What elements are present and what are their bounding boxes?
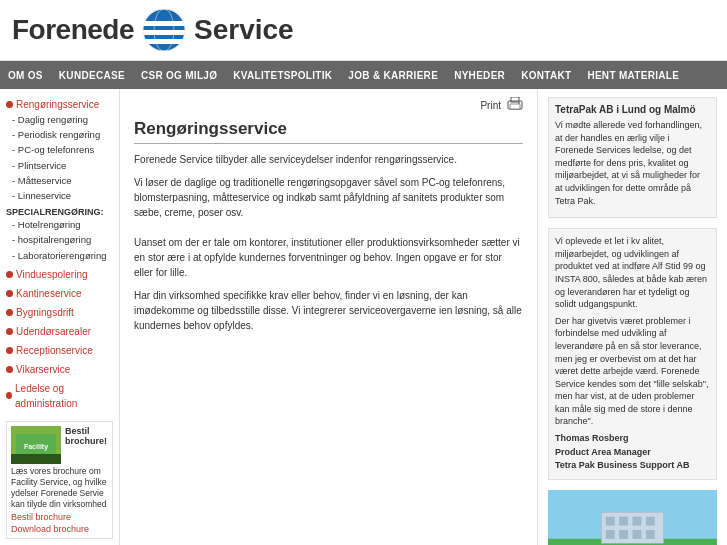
print-icon[interactable] <box>507 97 523 113</box>
brochure-image: Facility <box>11 426 61 464</box>
right-column: TetraPak AB i Lund og Malmö Vi mødte all… <box>537 89 727 545</box>
sidebar-sub-link-pc[interactable]: - PC-og telefonrens <box>12 142 113 157</box>
sidebar-section-vikar: Vikarservice <box>6 362 113 377</box>
svg-rect-4 <box>143 39 185 44</box>
bullet-icon-6 <box>6 347 13 354</box>
sidebar-special-sub: - Hotelrengøring - hospitalrengøring - L… <box>6 217 113 263</box>
testimonial-author: Thomas Rosberg Product Area Manager Tetr… <box>555 432 710 473</box>
testimonial-title: TetraPak AB i Lund og Malmö <box>555 104 710 115</box>
sidebar-link-kantine[interactable]: Kantineservice <box>6 286 113 301</box>
sidebar-link-ledelse[interactable]: Ledelse og administration <box>6 381 113 411</box>
svg-rect-12 <box>510 104 520 109</box>
main-layout: Rengøringsservice - Daglig rengøring - P… <box>0 89 727 545</box>
sidebar-link-vikar-label: Vikarservice <box>16 362 70 377</box>
bullet-icon-4 <box>6 309 13 316</box>
content-paragraph-1: Vi løser de daglige og traditionelle ren… <box>134 175 523 280</box>
page-title: Rengøringsservice <box>134 119 523 144</box>
bullet-icon-2 <box>6 271 13 278</box>
printer-svg <box>507 97 523 111</box>
sidebar-sub-link-daglig[interactable]: - Daglig rengøring <box>12 112 113 127</box>
sidebar-sub-hospital[interactable]: - hospitalrengøring <box>12 232 113 247</box>
sidebar-link-vindues[interactable]: Vinduespolering <box>6 267 113 282</box>
logo-icon <box>142 8 186 52</box>
sidebar-special-header: SPECIALRENGØRING: <box>6 207 113 217</box>
sidebar-link-reception[interactable]: Receptionservice <box>6 343 113 358</box>
content-paragraph-0: Forenede Service tilbyder alle serviceyd… <box>134 152 523 167</box>
svg-rect-21 <box>646 516 655 525</box>
print-bar: Print <box>134 97 523 113</box>
sidebar-section-reception: Receptionservice <box>6 343 113 358</box>
bullet-icon-3 <box>6 290 13 297</box>
sidebar-sub-hotel[interactable]: - Hotelrengøring <box>12 217 113 232</box>
nav-kvalitet[interactable]: KVALITETSPOLITIK <box>225 61 340 89</box>
testimonial-para-1: Vi oplevede et let i kv alitet, miljøarb… <box>555 235 710 311</box>
svg-rect-18 <box>606 516 615 525</box>
svg-text:Facility: Facility <box>24 443 48 451</box>
testimonial-box: TetraPak AB i Lund og Malmö Vi mødte all… <box>548 97 717 218</box>
sidebar-link-rengoring[interactable]: Rengøringsservice <box>6 97 113 112</box>
sidebar-sub-link-periodisk[interactable]: - Periodisk rengøring <box>12 127 113 142</box>
sidebar-section-rengoring: Rengøringsservice - Daglig rengøring - P… <box>6 97 113 203</box>
tetra-pak-image: Tetra Pak <box>548 490 717 545</box>
sidebar-link-label: Rengøringsservice <box>16 97 99 112</box>
nav-nyheder[interactable]: NYHEDER <box>446 61 513 89</box>
bullet-icon <box>6 101 13 108</box>
header: Forenede Service <box>0 0 727 61</box>
sidebar-section-vindues: Vinduespolering <box>6 267 113 282</box>
nav-job[interactable]: JOB & KARRIERE <box>340 61 446 89</box>
download-brochure-link[interactable]: Download brochure <box>11 524 108 534</box>
sidebar-section-ledelse: Ledelse og administration <box>6 381 113 411</box>
sidebar-sub-lab[interactable]: - Laboratorierengøring <box>12 248 113 263</box>
logo-forenede: Forenede <box>12 14 134 46</box>
sidebar-sub-rengoring: - Daglig rengøring - Periodisk rengøring… <box>6 112 113 203</box>
nav-csr[interactable]: CSR OG MILJØ <box>133 61 225 89</box>
sidebar-link-bygning-label: Bygningsdrift <box>16 305 74 320</box>
svg-rect-24 <box>633 530 642 539</box>
sidebar: Rengøringsservice - Daglig rengøring - P… <box>0 89 120 545</box>
nav-om-os[interactable]: OM OS <box>0 61 51 89</box>
bullet-icon-8 <box>6 392 12 399</box>
sidebar-sub-link-linne[interactable]: - Linneservice <box>12 188 113 203</box>
nav-kundecase[interactable]: KUNDECASE <box>51 61 133 89</box>
bullet-icon-7 <box>6 366 13 373</box>
nav-kontakt[interactable]: KONTAKT <box>513 61 579 89</box>
sidebar-section-bygning: Bygningsdrift <box>6 305 113 320</box>
sidebar-sub-link-matte[interactable]: - Måtteservice <box>12 173 113 188</box>
sidebar-link-ledelse-label: Ledelse og administration <box>15 381 113 411</box>
bullet-icon-5 <box>6 328 13 335</box>
svg-rect-22 <box>606 530 615 539</box>
testimonial-para-2: Der har givetvis været problemer i forbi… <box>555 315 710 428</box>
bestil-brochure-link[interactable]: Bestil brochure <box>11 512 108 522</box>
nav-hent[interactable]: HENT MATERIALE <box>579 61 687 89</box>
svg-rect-3 <box>143 30 185 35</box>
svg-rect-10 <box>11 454 61 464</box>
sidebar-link-reception-label: Receptionservice <box>16 343 93 358</box>
tetra-building-svg: Tetra Pak <box>548 490 717 545</box>
sidebar-link-udendors-label: Udendørsarealer <box>16 324 91 339</box>
logo-service: Service <box>194 14 294 46</box>
print-label: Print <box>480 100 501 111</box>
main-content: Print Rengøringsservice Forenede Service… <box>120 89 537 545</box>
sidebar-link-udendors[interactable]: Udendørsarealer <box>6 324 113 339</box>
sidebar-link-kantine-label: Kantineservice <box>16 286 82 301</box>
sidebar-sub-link-plint[interactable]: - Plintservice <box>12 158 113 173</box>
svg-point-14 <box>518 102 520 104</box>
svg-rect-19 <box>619 516 628 525</box>
svg-rect-20 <box>633 516 642 525</box>
brochure-box: Facility Bestil brochure! Læs vores broc… <box>6 421 113 539</box>
main-navigation: OM OS KUNDECASE CSR OG MILJØ KVALITETSPO… <box>0 61 727 89</box>
testimonial-box-2: Vi oplevede et let i kv alitet, miljøarb… <box>548 228 717 479</box>
svg-rect-2 <box>143 21 185 26</box>
sidebar-section-kantine: Kantineservice <box>6 286 113 301</box>
brochure-description: Læs vores brochure om Facility Service, … <box>11 466 108 510</box>
content-paragraph-2: Har din virksomhed specifikke krav eller… <box>134 288 523 333</box>
sidebar-section-udendors: Udendørsarealer <box>6 324 113 339</box>
svg-rect-25 <box>646 530 655 539</box>
sidebar-link-vikar[interactable]: Vikarservice <box>6 362 113 377</box>
brochure-thumbnail: Facility <box>11 426 61 464</box>
sidebar-link-bygning[interactable]: Bygningsdrift <box>6 305 113 320</box>
testimonial-para-0: Vi mødte allerede ved forhandlingen, at … <box>555 119 710 207</box>
svg-rect-23 <box>619 530 628 539</box>
sidebar-link-vindues-label: Vinduespolering <box>16 267 88 282</box>
